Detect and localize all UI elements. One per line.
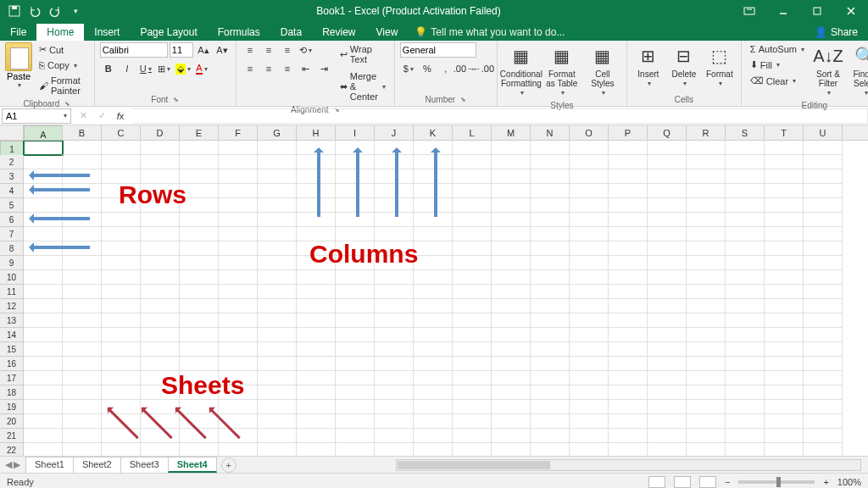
cell-styles-button[interactable]: ▦Cell Styles▾	[584, 42, 621, 99]
sheet-tab[interactable]: Sheet1	[25, 457, 74, 473]
cell[interactable]	[414, 328, 453, 342]
cell[interactable]	[297, 184, 336, 198]
cell[interactable]	[609, 385, 648, 400]
sheet-tab[interactable]: Sheet4	[168, 457, 217, 473]
cell[interactable]	[63, 371, 102, 385]
cell[interactable]	[141, 198, 180, 213]
cell[interactable]	[102, 385, 141, 400]
cell[interactable]	[765, 256, 804, 270]
cell[interactable]	[63, 443, 102, 456]
align-bottom-icon[interactable]: ≡	[279, 42, 296, 58]
cell[interactable]	[765, 429, 804, 443]
cell[interactable]	[765, 342, 804, 357]
cell[interactable]	[570, 414, 609, 429]
cell[interactable]	[648, 357, 687, 371]
cell[interactable]	[414, 155, 453, 169]
cell[interactable]	[102, 155, 141, 169]
dialog-launcher-icon[interactable]: ⬊	[460, 96, 466, 103]
cell[interactable]	[336, 241, 375, 256]
cell[interactable]	[570, 385, 609, 400]
cell[interactable]	[765, 285, 804, 299]
cell[interactable]	[648, 385, 687, 400]
cell[interactable]	[180, 299, 219, 313]
cell[interactable]	[375, 227, 414, 241]
cell[interactable]	[804, 385, 843, 400]
cell[interactable]	[453, 385, 492, 400]
column-header[interactable]: H	[297, 125, 336, 140]
cell[interactable]	[102, 357, 141, 371]
cell[interactable]	[570, 213, 609, 227]
cell[interactable]	[63, 213, 102, 227]
cell[interactable]	[453, 169, 492, 184]
cell[interactable]	[258, 371, 297, 385]
cell[interactable]	[531, 256, 570, 270]
cell[interactable]	[375, 256, 414, 270]
cell[interactable]	[570, 400, 609, 414]
cell[interactable]	[102, 443, 141, 456]
cell[interactable]	[687, 213, 726, 227]
cell[interactable]	[804, 357, 843, 371]
tab-file[interactable]: File	[0, 24, 36, 41]
zoom-in-icon[interactable]: +	[823, 477, 828, 487]
cell[interactable]	[141, 141, 180, 155]
cell[interactable]	[726, 385, 765, 400]
cell[interactable]	[258, 443, 297, 456]
cell[interactable]	[531, 270, 570, 285]
cell[interactable]	[765, 270, 804, 285]
cell[interactable]	[648, 184, 687, 198]
cell[interactable]	[765, 357, 804, 371]
cell[interactable]	[219, 328, 258, 342]
cell[interactable]	[219, 241, 258, 256]
cell[interactable]	[687, 155, 726, 169]
cell[interactable]	[609, 169, 648, 184]
cell[interactable]	[804, 371, 843, 385]
cell[interactable]	[258, 198, 297, 213]
cell[interactable]	[375, 198, 414, 213]
cell[interactable]	[492, 184, 531, 198]
cell[interactable]	[687, 198, 726, 213]
cell[interactable]	[453, 371, 492, 385]
cell[interactable]	[219, 299, 258, 313]
cell[interactable]	[726, 429, 765, 443]
cell[interactable]	[453, 198, 492, 213]
cell[interactable]	[648, 155, 687, 169]
decrease-font-icon[interactable]: A▾	[214, 42, 231, 58]
cell[interactable]	[180, 270, 219, 285]
cell[interactable]	[765, 414, 804, 429]
cell[interactable]	[219, 313, 258, 328]
cell[interactable]	[258, 270, 297, 285]
cell[interactable]	[336, 270, 375, 285]
tab-page-layout[interactable]: Page Layout	[130, 24, 207, 41]
cell[interactable]	[375, 429, 414, 443]
row-header[interactable]: 12	[0, 299, 24, 313]
cell[interactable]	[609, 270, 648, 285]
cell[interactable]	[648, 169, 687, 184]
cell[interactable]	[63, 328, 102, 342]
cell[interactable]	[453, 299, 492, 313]
add-sheet-button[interactable]: +	[221, 458, 236, 473]
cell[interactable]	[24, 285, 63, 299]
cell[interactable]	[63, 285, 102, 299]
cell[interactable]	[531, 184, 570, 198]
cell[interactable]	[336, 169, 375, 184]
align-top-icon[interactable]: ≡	[242, 42, 259, 58]
align-left-icon[interactable]: ≡	[242, 61, 259, 76]
column-header[interactable]: F	[219, 125, 258, 140]
decrease-decimal-icon[interactable]: ←.00	[475, 61, 492, 76]
cell[interactable]	[453, 328, 492, 342]
cell[interactable]	[765, 241, 804, 256]
autosum-button[interactable]: ΣAutoSum▾	[747, 42, 808, 56]
cell[interactable]	[414, 429, 453, 443]
cell[interactable]	[102, 169, 141, 184]
cell[interactable]	[258, 184, 297, 198]
cell[interactable]	[648, 443, 687, 456]
cell[interactable]	[375, 285, 414, 299]
qat-customize-icon[interactable]: ▾	[66, 3, 85, 19]
save-icon[interactable]	[5, 3, 24, 19]
cell[interactable]	[609, 213, 648, 227]
cell[interactable]	[765, 443, 804, 456]
cell[interactable]	[297, 270, 336, 285]
column-header[interactable]: O	[570, 125, 609, 140]
cell[interactable]	[414, 385, 453, 400]
cell[interactable]	[570, 443, 609, 456]
